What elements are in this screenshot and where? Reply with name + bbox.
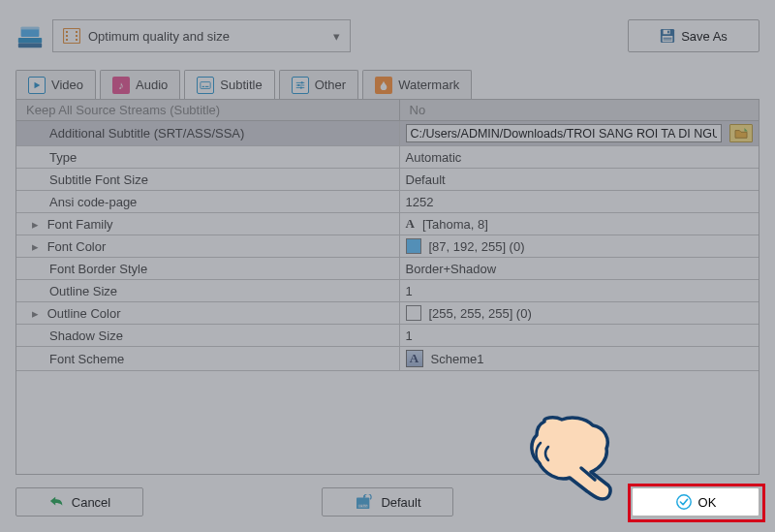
property-value[interactable]: 1 xyxy=(399,280,759,302)
scheme-icon: A xyxy=(406,350,423,367)
property-label: Outline Size xyxy=(16,280,399,302)
property-value[interactable]: Automatic xyxy=(399,146,759,169)
table-row[interactable]: Additional Subtitle (SRT/ASS/SSA) xyxy=(16,121,759,146)
check-circle-icon xyxy=(675,493,693,511)
svg-rect-5 xyxy=(66,31,68,33)
preset-select[interactable]: Optimum quality and size ▾ xyxy=(52,19,351,52)
font-icon: A xyxy=(406,216,415,232)
svg-rect-3 xyxy=(21,27,40,30)
property-label: Shadow Size xyxy=(16,325,399,347)
color-swatch xyxy=(406,305,421,321)
grid-header-right[interactable]: No xyxy=(399,100,759,121)
tab-audio[interactable]: ♪ Audio xyxy=(100,70,180,99)
save-as-button[interactable]: Save As xyxy=(628,19,760,52)
music-icon: ♪ xyxy=(112,77,130,94)
property-label: ▸ Outline Color xyxy=(16,302,399,325)
table-row[interactable]: Outline Size1 xyxy=(16,280,759,302)
table-row[interactable]: Ansi code-page1252 xyxy=(16,191,759,213)
svg-point-26 xyxy=(299,86,301,88)
app-icon xyxy=(16,21,45,50)
svg-rect-0 xyxy=(18,38,42,44)
expand-icon[interactable]: ▸ xyxy=(32,217,44,232)
property-value[interactable]: 1252 xyxy=(399,191,759,213)
property-value[interactable]: [255, 255, 255] (0) xyxy=(399,302,759,325)
table-row[interactable]: Shadow Size1 xyxy=(16,325,759,347)
video-icon xyxy=(28,77,46,94)
svg-rect-6 xyxy=(66,35,68,37)
table-row[interactable]: Font SchemeAScheme1 xyxy=(16,347,759,371)
svg-rect-14 xyxy=(663,36,673,42)
table-row[interactable]: ▸ Font FamilyA[Tahoma, 8] xyxy=(16,213,759,235)
chevron-down-icon: ▾ xyxy=(333,29,340,44)
tab-video[interactable]: Video xyxy=(16,70,96,99)
property-value[interactable]: 1 xyxy=(399,325,759,347)
svg-rect-19 xyxy=(202,85,205,86)
default-icon: DEFAULT xyxy=(354,494,375,510)
property-label: ▸ Font Color xyxy=(16,235,399,258)
svg-rect-9 xyxy=(76,35,78,37)
browse-button[interactable] xyxy=(729,124,753,142)
svg-rect-20 xyxy=(205,85,208,86)
save-icon xyxy=(660,28,675,44)
tab-watermark[interactable]: Watermark xyxy=(362,70,472,99)
svg-rect-15 xyxy=(664,38,672,39)
svg-rect-18 xyxy=(201,81,210,88)
cancel-button[interactable]: Cancel xyxy=(16,487,143,516)
svg-point-31 xyxy=(676,495,690,509)
svg-rect-7 xyxy=(66,39,68,41)
table-row[interactable]: Font Border StyleBorder+Shadow xyxy=(16,258,759,280)
svg-rect-8 xyxy=(76,31,78,33)
preset-label: Optimum quality and size xyxy=(88,29,230,44)
svg-rect-16 xyxy=(664,40,672,41)
property-value[interactable]: Default xyxy=(399,169,759,191)
droplet-icon xyxy=(375,77,392,94)
property-value[interactable] xyxy=(399,121,759,146)
property-label: Additional Subtitle (SRT/ASS/SSA) xyxy=(16,121,399,146)
property-value[interactable]: [87, 192, 255] (0) xyxy=(399,235,759,258)
table-row[interactable]: ▸ Font Color[87, 192, 255] (0) xyxy=(16,235,759,258)
table-row[interactable]: Subtitle Font SizeDefault xyxy=(16,169,759,191)
subtitle-icon xyxy=(197,77,214,94)
table-row[interactable]: ▸ Outline Color[255, 255, 255] (0) xyxy=(16,302,759,325)
svg-text:DEFAULT: DEFAULT xyxy=(357,504,369,508)
svg-rect-1 xyxy=(18,44,42,48)
svg-point-24 xyxy=(300,81,302,83)
svg-marker-17 xyxy=(35,81,41,88)
subtitle-path-input[interactable] xyxy=(406,124,723,142)
property-label: ▸ Font Family xyxy=(16,213,399,235)
property-label: Font Border Style xyxy=(16,258,399,280)
tab-subtitle[interactable]: Subtitle xyxy=(184,70,274,99)
property-label: Ansi code-page xyxy=(16,191,399,213)
svg-rect-10 xyxy=(76,39,78,41)
svg-rect-13 xyxy=(667,31,669,34)
ok-button[interactable]: OK xyxy=(632,487,760,516)
expand-icon[interactable]: ▸ xyxy=(32,306,44,321)
table-row[interactable]: TypeAutomatic xyxy=(16,146,759,169)
default-button[interactable]: DEFAULT Default xyxy=(322,487,453,516)
expand-icon[interactable]: ▸ xyxy=(32,239,44,254)
sliders-icon xyxy=(292,77,309,94)
property-value[interactable]: AScheme1 xyxy=(399,347,759,371)
grid-header-left[interactable]: Keep All Source Streams (Subtitle) xyxy=(16,100,399,121)
tab-other[interactable]: Other xyxy=(279,70,359,99)
property-label: Type xyxy=(16,146,399,169)
save-as-label: Save As xyxy=(681,29,728,44)
property-label: Subtitle Font Size xyxy=(16,169,399,191)
property-value[interactable]: A[Tahoma, 8] xyxy=(399,213,759,235)
property-value[interactable]: Border+Shadow xyxy=(399,258,759,280)
svg-point-25 xyxy=(297,83,299,85)
undo-arrow-icon xyxy=(48,494,66,510)
property-grid: Keep All Source Streams (Subtitle) No Ad… xyxy=(16,99,760,475)
property-label: Font Scheme xyxy=(16,347,399,371)
color-swatch xyxy=(406,238,421,254)
